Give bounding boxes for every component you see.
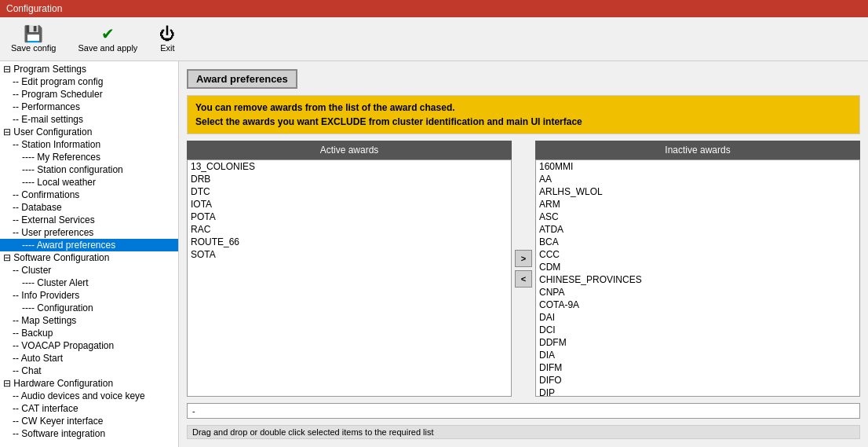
sidebar-label: ⊟ Program Settings — [3, 64, 86, 75]
inactive-award-item[interactable]: CHINESE_PROVINCES — [536, 273, 859, 286]
sidebar-item-email-settings[interactable]: -- E-mail settings — [0, 113, 178, 126]
sidebar-item-cluster[interactable]: -- Cluster — [0, 264, 178, 277]
sidebar-label: -- Confirmations — [13, 189, 79, 200]
inactive-award-item[interactable]: DIFO — [536, 374, 859, 387]
sidebar-label: -- Auto Start — [13, 353, 63, 364]
sidebar-item-info-providers[interactable]: -- Info Providers — [0, 289, 178, 302]
sidebar-item-software-integration[interactable]: -- Software integration — [0, 427, 178, 440]
sidebar-item-backup[interactable]: -- Backup — [0, 327, 178, 339]
sidebar-label: -- Edit program config — [13, 76, 103, 87]
toolbar: 💾 Save config ✔ Save and apply ⏻ Exit — [0, 17, 868, 61]
sidebar-item-local-weather[interactable]: ---- Local weather — [0, 176, 178, 189]
save-config-icon: 💾 — [24, 26, 43, 42]
inactive-award-item[interactable]: CNPA — [536, 286, 859, 299]
inactive-award-item[interactable]: DDFM — [536, 336, 859, 349]
sidebar-label: ⊟ Hardware Configuration — [3, 378, 113, 389]
active-awards-list[interactable]: 13_COLONIESDRBDTCIOTAPOTARACROUTE_66SOTA — [187, 159, 512, 397]
sidebar-item-cat-interface[interactable]: -- CAT interface — [0, 402, 178, 415]
active-award-item[interactable]: 13_COLONIES — [188, 160, 511, 173]
title-bar-label: Configuration — [6, 3, 62, 14]
save-apply-button[interactable]: ✔ Save and apply — [73, 23, 142, 56]
sidebar-item-program-scheduler[interactable]: -- Program Scheduler — [0, 88, 178, 101]
inactive-awards-list[interactable]: 160MMIAAARLHS_WLOLARMASCATDABCACCCCDMCHI… — [535, 159, 860, 397]
sidebar-item-confirmations[interactable]: -- Confirmations — [0, 189, 178, 201]
active-award-item[interactable]: DTC — [188, 185, 511, 198]
active-award-item[interactable]: POTA — [188, 211, 511, 223]
sidebar-item-station-information[interactable]: -- Station Information — [0, 138, 178, 151]
transfer-buttons: > < — [512, 141, 535, 397]
sidebar-tree: ⊟ Program Settings-- Edit program config… — [0, 61, 178, 442]
sidebar-label: ---- Award preferences — [22, 240, 115, 251]
inactive-award-item[interactable]: AA — [536, 173, 859, 185]
sidebar[interactable]: ⊟ Program Settings-- Edit program config… — [0, 61, 179, 447]
status-bar: Drag and drop or double click selected i… — [187, 425, 860, 439]
sidebar-label: ---- Configuration — [22, 302, 93, 313]
inactive-award-item[interactable]: DIFM — [536, 361, 859, 374]
award-preferences-header: Award preferences — [187, 69, 297, 89]
sidebar-label: -- Map Settings — [13, 315, 76, 326]
inactive-award-item[interactable]: ARM — [536, 198, 859, 211]
inactive-award-item[interactable]: DIP — [536, 387, 859, 397]
sidebar-item-voacap[interactable]: -- VOACAP Propagation — [0, 339, 178, 352]
sidebar-label: -- Backup — [13, 328, 53, 339]
inactive-awards-header: Inactive awards — [535, 141, 860, 159]
active-award-item[interactable]: DRB — [188, 173, 511, 185]
sidebar-item-hardware-configuration[interactable]: ⊟ Hardware Configuration — [0, 377, 178, 390]
main-layout: ⊟ Program Settings-- Edit program config… — [0, 61, 868, 447]
sidebar-label: -- Program Scheduler — [13, 89, 103, 100]
inactive-award-item[interactable]: BCA — [536, 236, 859, 248]
inactive-award-item[interactable]: CDM — [536, 261, 859, 273]
sidebar-label: -- VOACAP Propagation — [13, 340, 114, 351]
sidebar-item-info-configuration[interactable]: ---- Configuration — [0, 302, 178, 314]
bottom-input[interactable] — [187, 403, 860, 419]
active-award-item[interactable]: SOTA — [188, 248, 511, 261]
sidebar-label: -- User preferences — [13, 227, 93, 238]
inactive-award-item[interactable]: ARLHS_WLOL — [536, 185, 859, 198]
sidebar-label: -- Database — [13, 202, 62, 213]
save-config-button[interactable]: 💾 Save config — [6, 23, 60, 56]
sidebar-item-cluster-alert[interactable]: ---- Cluster Alert — [0, 277, 178, 289]
sidebar-item-external-services[interactable]: -- External Services — [0, 214, 178, 226]
exit-button[interactable]: ⏻ Exit — [155, 23, 180, 56]
exit-label: Exit — [160, 43, 174, 53]
sidebar-item-edit-program-config[interactable]: -- Edit program config — [0, 75, 178, 88]
sidebar-item-database[interactable]: -- Database — [0, 201, 178, 214]
inactive-award-item[interactable]: ATDA — [536, 223, 859, 236]
sidebar-label: -- CAT interface — [13, 403, 78, 414]
sidebar-item-my-references[interactable]: ---- My References — [0, 151, 178, 163]
inactive-award-item[interactable]: DCI — [536, 324, 859, 336]
sidebar-item-performances[interactable]: -- Performances — [0, 101, 178, 113]
transfer-to-active-button[interactable]: < — [515, 270, 532, 288]
save-apply-icon: ✔ — [101, 26, 115, 42]
sidebar-item-award-preferences[interactable]: ---- Award preferences — [0, 239, 178, 251]
sidebar-item-program-settings[interactable]: ⊟ Program Settings — [0, 63, 178, 75]
transfer-to-inactive-button[interactable]: > — [515, 250, 532, 267]
inactive-award-item[interactable]: ASC — [536, 211, 859, 223]
active-award-item[interactable]: IOTA — [188, 198, 511, 211]
inactive-award-item[interactable]: COTA-9A — [536, 299, 859, 311]
sidebar-item-map-settings[interactable]: -- Map Settings — [0, 314, 178, 327]
inactive-award-item[interactable]: CCC — [536, 248, 859, 261]
inactive-award-item[interactable]: DAI — [536, 311, 859, 324]
sidebar-label: -- Performances — [13, 101, 80, 112]
sidebar-item-chat[interactable]: -- Chat — [0, 365, 178, 377]
title-bar: Configuration — [0, 0, 868, 17]
sidebar-item-station-configuration[interactable]: ---- Station configuration — [0, 163, 178, 176]
sidebar-item-audio-devices[interactable]: -- Audio devices and voice keye — [0, 390, 178, 402]
sidebar-item-software-configuration[interactable]: ⊟ Software Configuration — [0, 251, 178, 264]
sidebar-label: -- Info Providers — [13, 290, 79, 301]
active-award-item[interactable]: ROUTE_66 — [188, 236, 511, 248]
info-line1: You can remove awards from the list of t… — [195, 101, 852, 115]
sidebar-item-cw-keyer[interactable]: -- CW Keyer interface — [0, 415, 178, 427]
sidebar-item-auto-start[interactable]: -- Auto Start — [0, 352, 178, 365]
active-awards-panel: Active awards 13_COLONIESDRBDTCIOTAPOTAR… — [187, 141, 512, 397]
sidebar-label: -- Station Information — [13, 139, 100, 150]
active-awards-header: Active awards — [187, 141, 512, 159]
active-award-item[interactable]: RAC — [188, 223, 511, 236]
inactive-award-item[interactable]: DIA — [536, 349, 859, 361]
save-config-label: Save config — [11, 43, 56, 53]
sidebar-item-user-configuration[interactable]: ⊟ User Configuration — [0, 126, 178, 138]
sidebar-label: -- Chat — [13, 365, 42, 376]
sidebar-item-user-preferences[interactable]: -- User preferences — [0, 226, 178, 239]
inactive-award-item[interactable]: 160MMI — [536, 160, 859, 173]
